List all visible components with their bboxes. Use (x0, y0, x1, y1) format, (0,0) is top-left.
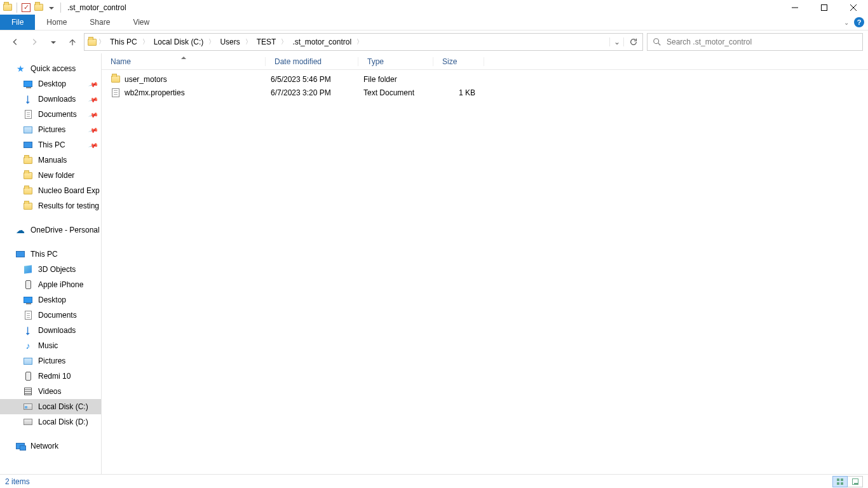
nav-item[interactable]: Local Disk (D:) (0, 414, 101, 430)
pin-icon: 📌 (88, 109, 98, 119)
nav-item[interactable]: Pictures (0, 353, 101, 369)
nav-item[interactable]: 3D Objects (0, 262, 101, 277)
chevron-right-icon[interactable]: 〉 (280, 37, 288, 46)
separator (60, 3, 61, 13)
chevron-right-icon[interactable]: 〉 (355, 37, 364, 46)
chevron-right-icon[interactable]: 〉 (207, 37, 216, 46)
nav-item[interactable]: Desktop📌 (0, 76, 101, 92)
crumb-this-pc[interactable]: This PC (106, 34, 141, 50)
navigation-pane[interactable]: ★ Quick access Desktop📌⭣Downloads📌Docume… (0, 53, 102, 474)
down-icon: ⭣ (23, 94, 33, 104)
nav-item[interactable]: Manuals (0, 152, 101, 168)
nav-item-label: Documents (38, 311, 77, 320)
nav-item[interactable]: ⭣Downloads📌 (0, 92, 101, 107)
nav-item[interactable]: ⭣Downloads (0, 323, 101, 338)
nav-row: 〉 This PC 〉 Local Disk (C:) 〉 Users 〉 TE… (0, 30, 868, 53)
chevron-right-icon[interactable]: 〉 (97, 37, 106, 46)
thumbnails-view-icon (852, 478, 858, 485)
diskc-icon (23, 402, 33, 412)
help-icon[interactable]: ? (854, 17, 864, 27)
nav-item-label: Nucleo Board Exp (38, 186, 100, 195)
nav-item[interactable]: Desktop (0, 292, 101, 308)
nav-item[interactable]: Nucleo Board Exp (0, 183, 101, 198)
qat-properties-icon[interactable]: ✓ (21, 3, 31, 13)
view-details-button[interactable] (832, 476, 848, 487)
nav-label: Quick access (31, 64, 76, 73)
nav-item-label: Apple iPhone (38, 280, 83, 289)
file-type: File folder (358, 75, 433, 84)
crumb-test[interactable]: TEST (253, 34, 280, 50)
ribbon-tab-file[interactable]: File (0, 15, 35, 30)
nav-item-label: Documents (38, 110, 77, 119)
recent-locations-button[interactable] (46, 34, 61, 50)
address-bar[interactable]: 〉 This PC 〉 Local Disk (C:) 〉 Users 〉 TE… (84, 33, 643, 51)
nav-quick-access[interactable]: ★ Quick access (0, 61, 101, 76)
column-header-name[interactable]: Name (102, 57, 266, 66)
nav-item[interactable]: Documents (0, 308, 101, 323)
nav-item-label: Desktop (38, 79, 66, 88)
nav-item-label: Music (38, 341, 58, 350)
chevron-right-icon[interactable]: 〉 (141, 37, 150, 46)
back-button[interactable] (8, 34, 23, 50)
nav-item[interactable]: Redmi 10 (0, 369, 101, 384)
qat-customize-icon[interactable] (46, 3, 57, 13)
star-icon: ★ (15, 64, 25, 74)
view-large-icons-button[interactable] (848, 476, 863, 487)
refresh-button[interactable] (623, 37, 642, 46)
nav-item[interactable]: ♪Music (0, 338, 101, 353)
crumb-users[interactable]: Users (216, 34, 243, 50)
nav-item[interactable]: New folder (0, 168, 101, 183)
nav-item-label: Pictures (38, 125, 65, 134)
column-header-date[interactable]: Date modified (266, 57, 358, 66)
pin-icon: 📌 (88, 140, 98, 150)
nav-item-label: Results for testing p (38, 201, 101, 210)
crumb-st-motor-control[interactable]: .st_motor_control (288, 34, 355, 50)
ribbon: File Home Share View ⌄ ? (0, 15, 868, 30)
nav-item[interactable]: Videos (0, 384, 101, 399)
address-history-button[interactable]: ⌄ (609, 37, 623, 46)
search-box[interactable] (647, 33, 863, 51)
ribbon-tab-share[interactable]: Share (78, 15, 121, 30)
file-type: Text Document (358, 88, 433, 97)
nav-item[interactable]: Documents📌 (0, 107, 101, 122)
column-header-size[interactable]: Size (433, 57, 484, 66)
nav-onedrive[interactable]: ☁ OneDrive - Personal (0, 222, 101, 238)
nav-this-pc[interactable]: This PC (0, 247, 101, 262)
qat-newfolder-icon[interactable] (34, 3, 44, 13)
pic-icon (23, 356, 33, 366)
up-button[interactable] (65, 34, 80, 50)
column-header-type[interactable]: Type (358, 57, 433, 66)
pin-icon: 📌 (88, 79, 98, 89)
chevron-right-icon[interactable]: 〉 (244, 37, 253, 46)
nav-label: This PC (31, 250, 58, 259)
nav-item[interactable]: Apple iPhone (0, 277, 101, 292)
crumb-local-disk-c[interactable]: Local Disk (C:) (150, 34, 208, 50)
desktop-icon (23, 295, 33, 305)
ribbon-expand-icon[interactable]: ⌄ (844, 19, 849, 26)
ribbon-tab-home[interactable]: Home (35, 15, 78, 30)
nav-item-label: Manuals (38, 156, 67, 165)
table-row[interactable]: user_motors6/5/2023 5:46 PMFile folder (102, 72, 868, 86)
maximize-button[interactable] (810, 0, 839, 15)
file-date: 6/5/2023 5:46 PM (266, 75, 358, 84)
search-icon (653, 37, 661, 46)
nav-item[interactable]: This PC📌 (0, 137, 101, 152)
pc-icon (23, 140, 33, 150)
minimize-button[interactable] (780, 0, 810, 15)
nav-item-label: Local Disk (C:) (38, 402, 88, 411)
search-input[interactable] (667, 37, 857, 46)
ribbon-tab-view[interactable]: View (121, 15, 161, 30)
pic-icon (23, 125, 33, 135)
forward-button[interactable] (27, 34, 42, 50)
nav-item[interactable]: Results for testing p (0, 198, 101, 214)
nav-item-label: Redmi 10 (38, 372, 71, 381)
file-rows: user_motors6/5/2023 5:46 PMFile folderwb… (102, 70, 868, 99)
table-row[interactable]: wb2mx.properties6/7/2023 3:20 PMText Doc… (102, 86, 868, 99)
nav-item[interactable]: Pictures📌 (0, 122, 101, 137)
nav-item[interactable]: Local Disk (C:) (0, 399, 101, 414)
close-button[interactable] (839, 0, 868, 15)
status-text: 2 items (5, 477, 30, 486)
nav-network[interactable]: Network (0, 438, 101, 454)
separator (17, 3, 17, 13)
nav-label: OneDrive - Personal (31, 226, 100, 234)
